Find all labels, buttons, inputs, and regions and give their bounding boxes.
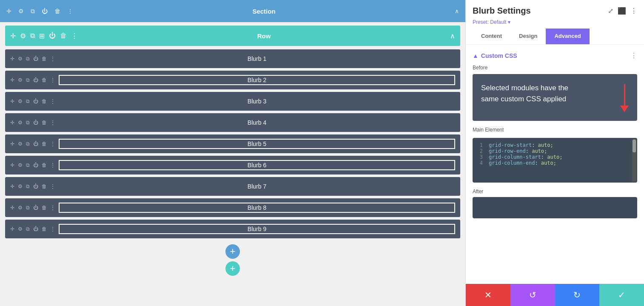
module-trash-icon[interactable]: 🗑 bbox=[42, 226, 47, 232]
row-trash-icon[interactable]: 🗑 bbox=[60, 32, 67, 40]
module-settings-icon[interactable]: ⚙ bbox=[18, 162, 23, 168]
module-title: Blurb 6 bbox=[59, 160, 455, 170]
module-power-icon[interactable]: ⏻ bbox=[33, 183, 38, 189]
module-power-icon[interactable]: ⏻ bbox=[33, 205, 38, 211]
module-duplicate-icon[interactable]: ⧉ bbox=[26, 162, 30, 168]
module-power-icon[interactable]: ⏻ bbox=[33, 162, 38, 168]
module-item-7[interactable]: ✛ ⚙ ⧉ ⏻ 🗑 ⋮ Blurb 7 bbox=[5, 177, 460, 196]
module-settings-icon[interactable]: ⚙ bbox=[18, 205, 23, 211]
module-settings-icon[interactable]: ⚙ bbox=[18, 56, 23, 62]
row-columns-icon[interactable]: ⊞ bbox=[39, 32, 45, 40]
module-power-icon[interactable]: ⏻ bbox=[33, 120, 38, 126]
left-panel: ✛ ⚙ ⧉ ⏻ 🗑 ⋮ Section ∧ ✛ ⚙ ⧉ ⊞ ⏻ 🗑 ⋮ Row … bbox=[0, 0, 465, 306]
row-power-icon[interactable]: ⏻ bbox=[49, 32, 56, 40]
panel-sidebar-icon[interactable]: ⬛ bbox=[618, 7, 626, 15]
module-settings-icon[interactable]: ⚙ bbox=[18, 183, 23, 189]
module-more-icon[interactable]: ⋮ bbox=[50, 183, 55, 189]
module-duplicate-icon[interactable]: ⧉ bbox=[26, 56, 30, 62]
row-duplicate-icon[interactable]: ⧉ bbox=[30, 32, 35, 40]
code-editor[interactable]: 1grid-row-start: auto;2grid-row-end: aut… bbox=[473, 138, 637, 183]
module-more-icon[interactable]: ⋮ bbox=[50, 205, 55, 211]
module-more-icon[interactable]: ⋮ bbox=[50, 120, 55, 126]
after-code-editor[interactable] bbox=[473, 197, 637, 218]
module-more-icon[interactable]: ⋮ bbox=[50, 162, 55, 168]
module-item-1[interactable]: ✛ ⚙ ⧉ ⏻ 🗑 ⋮ Blurb 1 bbox=[5, 49, 460, 68]
module-move-icon[interactable]: ✛ bbox=[10, 56, 14, 62]
module-power-icon[interactable]: ⏻ bbox=[33, 77, 38, 83]
module-item-3[interactable]: ✛ ⚙ ⧉ ⏻ 🗑 ⋮ Blurb 3 bbox=[5, 92, 460, 111]
module-move-icon[interactable]: ✛ bbox=[10, 226, 14, 232]
add-module-button[interactable]: + bbox=[225, 261, 240, 276]
confirm-button[interactable]: ✓ bbox=[599, 284, 644, 306]
module-more-icon[interactable]: ⋮ bbox=[50, 226, 55, 232]
module-more-icon[interactable]: ⋮ bbox=[50, 77, 55, 83]
panel-expand-icon[interactable]: ⤢ bbox=[608, 7, 613, 15]
module-duplicate-icon[interactable]: ⧉ bbox=[26, 183, 30, 189]
module-trash-icon[interactable]: 🗑 bbox=[42, 162, 47, 168]
module-settings-icon[interactable]: ⚙ bbox=[18, 226, 23, 232]
module-trash-icon[interactable]: 🗑 bbox=[42, 205, 47, 211]
module-move-icon[interactable]: ✛ bbox=[10, 98, 14, 104]
info-box-text: Selected modules have the same custom CS… bbox=[481, 83, 575, 104]
section-duplicate-icon[interactable]: ⧉ bbox=[29, 6, 36, 16]
undo-button[interactable]: ↺ bbox=[510, 284, 555, 306]
row-move-icon[interactable]: ✛ bbox=[10, 32, 16, 40]
module-move-icon[interactable]: ✛ bbox=[10, 77, 14, 83]
cancel-button[interactable]: ✕ bbox=[466, 284, 510, 306]
code-line: 2grid-row-end: auto; bbox=[477, 148, 633, 154]
module-item-6[interactable]: ✛ ⚙ ⧉ ⏻ 🗑 ⋮ Blurb 6 bbox=[5, 156, 460, 174]
section-settings-icon[interactable]: ⚙ bbox=[17, 6, 25, 16]
add-row-button[interactable]: + bbox=[225, 244, 240, 259]
module-duplicate-icon[interactable]: ⧉ bbox=[26, 141, 30, 147]
tab-content[interactable]: Content bbox=[473, 29, 510, 44]
row-more-icon[interactable]: ⋮ bbox=[71, 32, 78, 40]
module-move-icon[interactable]: ✛ bbox=[10, 183, 14, 189]
section-trash-icon[interactable]: 🗑 bbox=[53, 6, 62, 16]
section-more-icon[interactable]: ⋮ bbox=[66, 6, 74, 16]
module-power-icon[interactable]: ⏻ bbox=[33, 226, 38, 232]
module-settings-icon[interactable]: ⚙ bbox=[18, 98, 23, 104]
module-item-4[interactable]: ✛ ⚙ ⧉ ⏻ 🗑 ⋮ Blurb 4 bbox=[5, 113, 460, 132]
module-move-icon[interactable]: ✛ bbox=[10, 162, 14, 168]
module-trash-icon[interactable]: 🗑 bbox=[42, 77, 47, 83]
section-collapse-icon[interactable]: ∧ bbox=[453, 6, 460, 16]
module-settings-icon[interactable]: ⚙ bbox=[18, 120, 23, 126]
module-more-icon[interactable]: ⋮ bbox=[50, 56, 55, 62]
module-move-icon[interactable]: ✛ bbox=[10, 141, 14, 147]
module-settings-icon[interactable]: ⚙ bbox=[18, 77, 23, 83]
tab-advanced[interactable]: Advanced bbox=[546, 29, 589, 44]
code-editor-scrollbar[interactable] bbox=[632, 139, 636, 182]
custom-css-more-icon[interactable]: ⋮ bbox=[630, 51, 637, 60]
tab-design[interactable]: Design bbox=[510, 29, 546, 44]
redo-button[interactable]: ↻ bbox=[555, 284, 600, 306]
module-duplicate-icon[interactable]: ⧉ bbox=[26, 226, 30, 232]
module-move-icon[interactable]: ✛ bbox=[10, 120, 14, 126]
module-item-5[interactable]: ✛ ⚙ ⧉ ⏻ 🗑 ⋮ Blurb 5 bbox=[5, 134, 460, 153]
module-trash-icon[interactable]: 🗑 bbox=[42, 120, 47, 126]
section-move-icon[interactable]: ✛ bbox=[5, 6, 13, 16]
module-trash-icon[interactable]: 🗑 bbox=[42, 141, 47, 147]
module-item-2[interactable]: ✛ ⚙ ⧉ ⏻ 🗑 ⋮ Blurb 2 bbox=[5, 71, 460, 89]
module-power-icon[interactable]: ⏻ bbox=[33, 56, 38, 62]
module-power-icon[interactable]: ⏻ bbox=[33, 98, 38, 104]
module-item-8[interactable]: ✛ ⚙ ⧉ ⏻ 🗑 ⋮ Blurb 8 bbox=[5, 198, 460, 217]
panel-more-icon[interactable]: ⋮ bbox=[630, 7, 637, 15]
module-trash-icon[interactable]: 🗑 bbox=[42, 56, 47, 62]
module-move-icon[interactable]: ✛ bbox=[10, 205, 14, 211]
row-settings-icon[interactable]: ⚙ bbox=[20, 32, 26, 40]
module-more-icon[interactable]: ⋮ bbox=[50, 98, 55, 104]
module-duplicate-icon[interactable]: ⧉ bbox=[26, 120, 30, 126]
module-duplicate-icon[interactable]: ⧉ bbox=[26, 205, 30, 211]
module-title: Blurb 4 bbox=[59, 119, 455, 126]
module-more-icon[interactable]: ⋮ bbox=[50, 141, 55, 147]
module-trash-icon[interactable]: 🗑 bbox=[42, 98, 47, 104]
module-trash-icon[interactable]: 🗑 bbox=[42, 183, 47, 189]
module-settings-icon[interactable]: ⚙ bbox=[18, 141, 23, 147]
section-power-icon[interactable]: ⏻ bbox=[40, 6, 49, 16]
module-item-9[interactable]: ✛ ⚙ ⧉ ⏻ 🗑 ⋮ Blurb 9 bbox=[5, 220, 460, 238]
row-collapse-icon[interactable]: ∧ bbox=[450, 32, 455, 40]
module-duplicate-icon[interactable]: ⧉ bbox=[26, 77, 30, 83]
module-power-icon[interactable]: ⏻ bbox=[33, 141, 38, 147]
arrow-down-indicator bbox=[620, 84, 629, 112]
module-duplicate-icon[interactable]: ⧉ bbox=[26, 98, 30, 104]
